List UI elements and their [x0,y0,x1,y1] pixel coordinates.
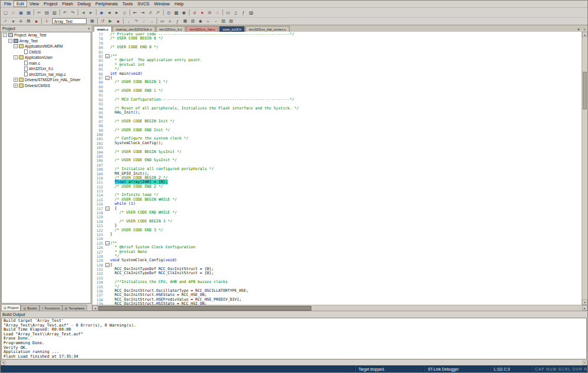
bookmark-prev-icon[interactable]: ◄ [105,9,113,16]
tree-item-application-user[interactable]: −Application/User [2,55,91,61]
fold-margin[interactable] [105,211,110,215]
fold-margin[interactable] [105,32,110,36]
fold-margin[interactable] [105,245,110,249]
line-number[interactable]: 135 [92,285,105,289]
analysis-window-icon[interactable]: ~ [212,18,220,25]
line-number[interactable]: 124 [92,237,105,241]
line-number[interactable]: 104 [92,150,105,154]
code-line[interactable]: 134 /**Initializes the CPU, AHB and APB … [92,280,582,284]
scroll-up-icon[interactable]: ▲ [582,32,587,37]
collapse-icon[interactable]: − [3,33,7,37]
outdent-icon[interactable]: ⇤ [131,9,139,16]
templates-window-icon[interactable]: ▨ [247,9,255,16]
fold-margin[interactable] [105,102,110,106]
line-number[interactable]: 114 [92,193,105,197]
toolbox-icon[interactable]: ▨ [227,18,235,25]
stop-icon[interactable]: ■ [114,18,122,25]
paste-icon[interactable]: ▥ [51,9,58,16]
fold-margin[interactable] [105,185,110,189]
code-line[interactable]: 95 HAL_Init(); [92,111,582,115]
code-line[interactable]: 118 /* USER CODE END WHILE */ [92,211,582,215]
fold-margin[interactable] [105,67,110,71]
command-window-icon[interactable]: ▭ [158,18,166,25]
find-icon[interactable]: ◎ [165,9,172,16]
step-out-icon[interactable]: ↑ [140,18,148,25]
code-line[interactable]: 112 /* USER CODE END 2 */ [92,185,582,189]
code-line[interactable]: 97 /* USER CODE BEGIN Init */ [92,119,582,124]
save-all-icon[interactable]: ▦ [25,9,32,16]
line-number[interactable]: 89 [92,85,105,89]
fold-collapse-icon[interactable]: − [105,54,109,58]
run-to-cursor-icon[interactable]: → [148,18,155,25]
editor-tab-stm32f1xx-hal-c[interactable]: stm32f1xx_hal.c [186,26,218,32]
line-number[interactable]: 121 [92,224,105,228]
line-number[interactable]: 91 [92,93,105,97]
line-number[interactable]: 80 [92,45,105,49]
fold-margin[interactable]: − [105,207,110,211]
symbol-window-icon[interactable]: ƒ [174,18,181,25]
fold-margin[interactable] [105,89,110,93]
bookmark-toggle-icon[interactable]: ◆ [98,9,105,16]
tab-list-icon[interactable]: ▼ [576,26,582,32]
open-file-icon[interactable]: ▱ [9,9,17,16]
translate-icon[interactable]: ✓ [2,18,9,25]
line-number[interactable]: 101 [92,136,105,141]
copy-icon[interactable]: ▤ [43,9,51,16]
line-number[interactable]: 131 [92,267,105,271]
editor-tab-core-cm3-h[interactable]: core_cm3.h [219,26,244,32]
step-over-icon[interactable]: ↷ [132,18,140,25]
code-line[interactable]: 102 SystemClock_Config(); [92,141,582,145]
line-number[interactable]: 92 [92,98,105,102]
build-output-hscrollbar[interactable]: ◄ ► [1,360,587,365]
fold-margin[interactable] [105,72,110,76]
line-number[interactable]: 134 [92,280,105,284]
fold-margin[interactable] [105,154,110,158]
code-line[interactable]: 90 /* USER CODE END 1 */ [92,89,582,93]
tree-item-drivers-cmsis[interactable]: +Drivers/CMSIS [2,83,91,89]
fold-margin[interactable] [105,219,110,224]
fold-margin[interactable] [105,150,110,154]
panel-tab-books[interactable]: ▥Books [21,305,39,311]
fold-margin[interactable] [105,285,110,289]
fold-margin[interactable] [105,119,110,124]
target-options-icon[interactable]: ▦ [88,18,96,25]
watch-window-icon[interactable]: ◉ [197,18,204,25]
fold-margin[interactable] [105,180,110,184]
fold-margin[interactable] [105,215,110,219]
fold-margin[interactable] [105,111,110,115]
fold-margin[interactable] [105,58,110,62]
code-line[interactable]: 113 [92,189,582,193]
registers-window-icon[interactable]: ▦ [181,18,189,25]
fold-margin[interactable] [105,172,110,176]
line-number[interactable]: 82 [92,54,105,58]
code-line[interactable]: 115 /* USER CODE BEGIN WHILE */ [92,198,582,202]
fold-margin[interactable]: − [105,241,110,245]
rebuild-icon[interactable]: ≣ [17,18,25,25]
code-line[interactable]: 108 /* Initialize all configured periphe… [92,167,582,171]
tree-item-cmsis[interactable]: CMSIS [2,49,91,55]
line-number[interactable]: 94 [92,106,105,111]
fold-margin[interactable] [105,289,110,293]
serial-window-icon[interactable]: ≈ [204,18,212,25]
editor-vscrollbar[interactable]: ▲ ▼ [582,32,587,305]
line-number[interactable]: 111 [92,180,105,184]
navigate-forward-icon[interactable]: ► [87,9,95,16]
fold-margin[interactable] [105,189,110,193]
fold-collapse-icon[interactable]: − [105,207,109,211]
fold-margin[interactable] [105,280,110,284]
fold-margin[interactable] [105,254,110,258]
fold-margin[interactable] [105,193,110,197]
fold-margin[interactable] [105,167,110,171]
code-line[interactable]: 124 [92,237,582,241]
scroll-right-icon[interactable]: ► [582,305,587,311]
fold-margin[interactable] [105,198,110,202]
hscroll-thumb[interactable] [98,306,311,311]
tree-item-drivers-stm32f1xx-hal-driver[interactable]: +Drivers/STM32F1xx_HAL_Driver [2,77,91,83]
code-line[interactable]: 127 * @retval None [92,250,582,254]
line-number[interactable]: 81 [92,50,105,54]
fold-margin[interactable]: − [105,54,110,58]
fold-margin[interactable] [105,271,110,275]
line-number[interactable]: 117 [92,207,105,211]
line-number[interactable]: 93 [92,102,105,106]
editor-tab-stm32f1xx-it-c[interactable]: stm32f1xx_it.c [156,26,185,32]
